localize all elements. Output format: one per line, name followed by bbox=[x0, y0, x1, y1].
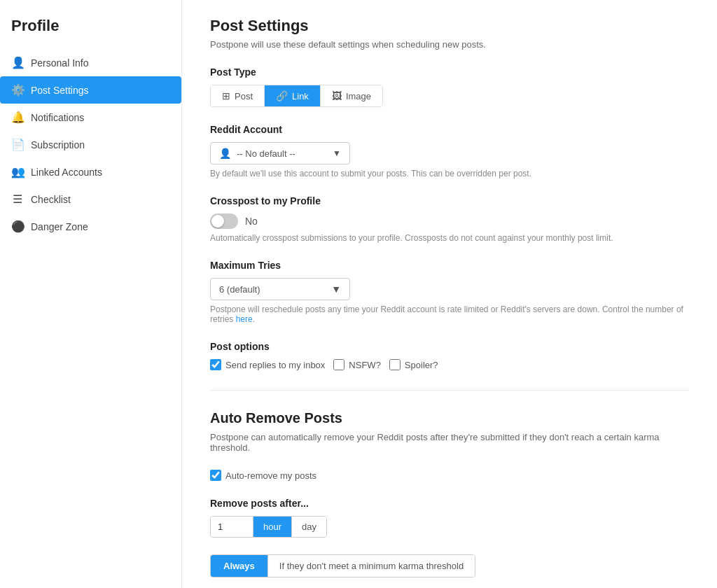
post-type-label: Post Type bbox=[210, 66, 689, 78]
post-type-link-button[interactable]: 🔗 Link bbox=[265, 85, 321, 106]
sidebar-item-linked-accounts[interactable]: 👥 Linked Accounts bbox=[0, 158, 181, 186]
hour-button[interactable]: hour bbox=[253, 517, 291, 537]
condition-text: If they don't meet a minimum karma thres… bbox=[267, 555, 475, 577]
post-options-group: Post options Send replies to my inbox NS… bbox=[210, 341, 689, 370]
checklist-icon: ☰ bbox=[11, 192, 24, 206]
nsfw-checkbox[interactable]: NSFW? bbox=[333, 359, 381, 370]
danger-icon: ⚫ bbox=[11, 220, 24, 233]
max-tries-group: Maximum Tries 6 (default) ▼ Postpone wil… bbox=[210, 260, 689, 324]
sidebar-label-personal-info: Personal Info bbox=[31, 57, 89, 69]
post-type-post-label: Post bbox=[235, 91, 253, 102]
auto-remove-section: Auto Remove Posts Postpone can automatic… bbox=[210, 410, 689, 588]
sidebar-item-subscription[interactable]: 📄 Subscription bbox=[0, 131, 181, 158]
post-settings-section: Post Settings Postpone will use these de… bbox=[210, 17, 689, 370]
sidebar-item-checklist[interactable]: ☰ Checklist bbox=[0, 186, 181, 213]
auto-remove-checkbox-group: Auto-remove my posts bbox=[210, 470, 689, 481]
gear-icon: ⚙️ bbox=[11, 83, 24, 97]
sidebar-item-notifications[interactable]: 🔔 Notifications bbox=[0, 104, 181, 131]
sidebar-label-danger-zone: Danger Zone bbox=[31, 221, 88, 232]
page-subtitle: Postpone will use these default settings… bbox=[210, 39, 689, 50]
retries-link[interactable]: here bbox=[236, 314, 253, 324]
section-divider bbox=[210, 390, 689, 391]
reddit-account-label: Reddit Account bbox=[210, 124, 689, 135]
crosspost-hint: Automatically crosspost submissions to y… bbox=[210, 233, 689, 243]
day-button[interactable]: day bbox=[291, 517, 326, 537]
doc-icon: 📄 bbox=[11, 138, 24, 151]
post-type-image-label: Image bbox=[346, 91, 371, 102]
post-type-group: Post Type ⊞ Post 🔗 Link 🖼 Image bbox=[210, 66, 689, 107]
always-button[interactable]: Always bbox=[211, 555, 267, 577]
max-tries-select[interactable]: 6 (default) ▼ bbox=[210, 278, 350, 300]
main-content: Post Settings Postpone will use these de… bbox=[182, 0, 717, 588]
condition-group: Always If they don't meet a minimum karm… bbox=[210, 554, 689, 578]
sidebar: Profile 👤 Personal Info ⚙️ Post Settings… bbox=[0, 0, 182, 588]
auto-remove-input[interactable] bbox=[210, 470, 221, 481]
auto-remove-label: Auto-remove my posts bbox=[225, 470, 316, 481]
post-type-buttons: ⊞ Post 🔗 Link 🖼 Image bbox=[210, 85, 383, 107]
chevron-down-icon-2: ▼ bbox=[331, 284, 341, 295]
crosspost-group: Crosspost to my Profile No Automatically… bbox=[210, 195, 689, 243]
crosspost-toggle-row: No bbox=[210, 214, 689, 229]
person-icon: 👤 bbox=[219, 148, 231, 159]
send-replies-label: Send replies to my inbox bbox=[225, 360, 325, 370]
user-icon: 👤 bbox=[11, 56, 24, 69]
linked-icon: 👥 bbox=[11, 165, 24, 178]
sidebar-label-notifications: Notifications bbox=[31, 112, 84, 123]
auto-remove-subtitle: Postpone can automatically remove your R… bbox=[210, 432, 689, 453]
post-type-post-button[interactable]: ⊞ Post bbox=[211, 85, 265, 106]
link-icon: 🔗 bbox=[276, 90, 288, 102]
sidebar-label-post-settings: Post Settings bbox=[31, 85, 89, 96]
crosspost-label: Crosspost to my Profile bbox=[210, 195, 689, 206]
sidebar-label-checklist: Checklist bbox=[31, 194, 71, 205]
auto-remove-checkbox[interactable]: Auto-remove my posts bbox=[210, 470, 689, 481]
sidebar-title: Profile bbox=[0, 11, 181, 49]
spoiler-input[interactable] bbox=[389, 359, 401, 370]
send-replies-input[interactable] bbox=[210, 359, 221, 370]
toggle-knob bbox=[211, 215, 224, 227]
crosspost-toggle[interactable] bbox=[210, 214, 238, 229]
post-type-link-label: Link bbox=[292, 91, 309, 102]
sidebar-item-personal-info[interactable]: 👤 Personal Info bbox=[0, 49, 181, 76]
remove-after-row: hour day bbox=[210, 516, 327, 538]
crosspost-toggle-label: No bbox=[245, 216, 258, 227]
page-title: Post Settings bbox=[210, 17, 689, 35]
nsfw-input[interactable] bbox=[333, 359, 344, 370]
sidebar-item-post-settings[interactable]: ⚙️ Post Settings bbox=[0, 76, 181, 104]
post-options-label: Post options bbox=[210, 341, 689, 352]
reddit-account-hint: By default we'll use this account to sub… bbox=[210, 169, 689, 178]
reddit-account-select[interactable]: 👤 -- No default -- ▼ bbox=[210, 142, 350, 164]
condition-row: Always If they don't meet a minimum karm… bbox=[210, 554, 475, 578]
remove-after-input[interactable] bbox=[211, 517, 253, 537]
post-options-row: Send replies to my inbox NSFW? Spoiler? bbox=[210, 359, 689, 370]
nsfw-label: NSFW? bbox=[349, 360, 381, 370]
max-tries-hint: Postpone will reschedule posts any time … bbox=[210, 304, 689, 324]
max-tries-value: 6 (default) bbox=[219, 284, 260, 295]
send-replies-checkbox[interactable]: Send replies to my inbox bbox=[210, 359, 325, 370]
reddit-account-group: Reddit Account 👤 -- No default -- ▼ By d… bbox=[210, 124, 689, 178]
sidebar-label-subscription: Subscription bbox=[31, 139, 85, 150]
auto-remove-title: Auto Remove Posts bbox=[210, 410, 689, 426]
sidebar-label-linked-accounts: Linked Accounts bbox=[31, 167, 102, 178]
reddit-account-value: -- No default -- bbox=[237, 148, 327, 159]
sidebar-item-danger-zone[interactable]: ⚫ Danger Zone bbox=[0, 213, 181, 240]
post-icon: ⊞ bbox=[222, 90, 230, 102]
spoiler-label: Spoiler? bbox=[405, 360, 438, 370]
remove-after-group: Remove posts after... hour day bbox=[210, 498, 689, 538]
image-icon: 🖼 bbox=[332, 90, 342, 102]
remove-after-label: Remove posts after... bbox=[210, 498, 689, 509]
bell-icon: 🔔 bbox=[11, 111, 24, 124]
chevron-down-icon: ▼ bbox=[333, 148, 341, 158]
post-type-image-button[interactable]: 🖼 Image bbox=[321, 85, 382, 106]
spoiler-checkbox[interactable]: Spoiler? bbox=[389, 359, 438, 370]
max-tries-label: Maximum Tries bbox=[210, 260, 689, 271]
